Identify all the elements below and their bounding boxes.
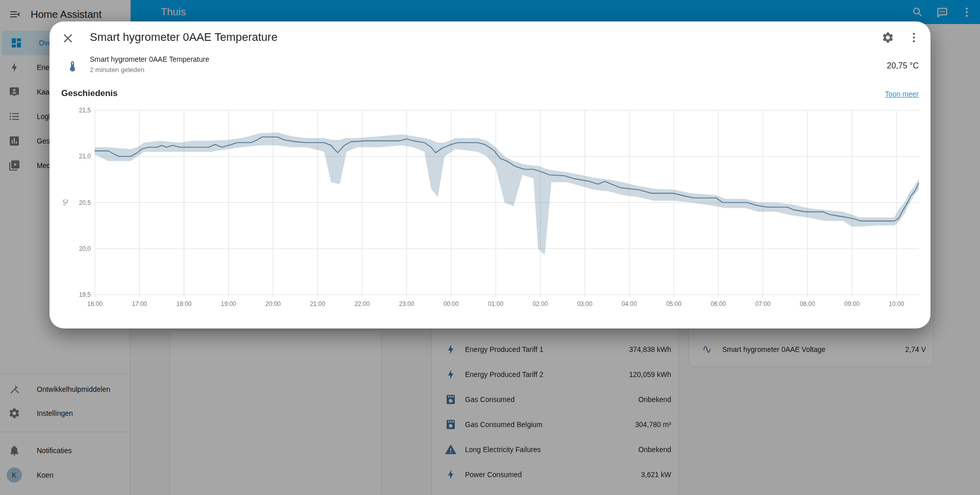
- svg-text:00:00: 00:00: [444, 300, 459, 308]
- entity-state: 20,75 °C: [887, 61, 919, 70]
- close-icon[interactable]: [61, 31, 75, 45]
- svg-text:21,5: 21,5: [79, 107, 91, 114]
- svg-text:06:00: 06:00: [710, 300, 726, 308]
- svg-text:08:00: 08:00: [800, 300, 815, 308]
- svg-text:23:00: 23:00: [399, 300, 414, 308]
- entity-last-changed: 2 minuten geleden: [90, 66, 144, 74]
- history-chart[interactable]: 21,521,020,520,019,516:0017:0018:0019:00…: [50, 102, 930, 319]
- svg-text:04:00: 04:00: [622, 300, 637, 308]
- entity-name: Smart hygrometer 0AAE Temperature: [90, 55, 209, 63]
- svg-text:19:00: 19:00: [221, 300, 236, 308]
- svg-text:03:00: 03:00: [577, 300, 593, 308]
- svg-text:21,0: 21,0: [79, 153, 91, 160]
- svg-text:10:00: 10:00: [889, 300, 904, 308]
- svg-text:°C: °C: [62, 199, 69, 206]
- svg-text:20:00: 20:00: [265, 300, 281, 308]
- svg-text:07:00: 07:00: [755, 300, 771, 308]
- svg-text:16:00: 16:00: [87, 300, 103, 308]
- svg-text:02:00: 02:00: [532, 300, 548, 308]
- more-options-icon[interactable]: [908, 31, 920, 44]
- entity-dialog: Smart hygrometer 0AAE Temperature Smart …: [50, 21, 930, 328]
- svg-text:21:00: 21:00: [310, 300, 325, 308]
- svg-text:05:00: 05:00: [666, 300, 681, 308]
- thermometer-icon: [66, 60, 79, 73]
- dialog-title: Smart hygrometer 0AAE Temperature: [90, 31, 278, 44]
- svg-text:09:00: 09:00: [844, 300, 860, 308]
- svg-text:17:00: 17:00: [132, 300, 147, 308]
- svg-text:22:00: 22:00: [354, 300, 370, 308]
- svg-text:20,5: 20,5: [79, 199, 91, 206]
- settings-gear-icon[interactable]: [881, 31, 894, 44]
- svg-text:18:00: 18:00: [176, 300, 191, 308]
- show-more-link[interactable]: Toon meer: [885, 90, 919, 98]
- svg-text:20,0: 20,0: [79, 245, 91, 252]
- svg-text:01:00: 01:00: [488, 300, 503, 308]
- history-heading: Geschiedenis: [61, 88, 118, 99]
- svg-text:19,5: 19,5: [79, 291, 91, 298]
